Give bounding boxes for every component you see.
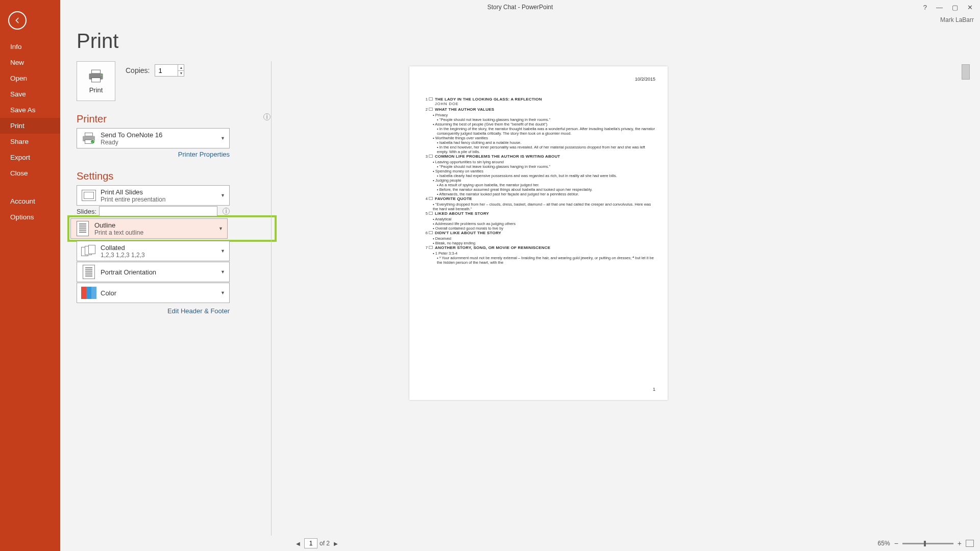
slides-label: Slides:	[77, 208, 96, 215]
outline-bullet: Spending money on vanities	[433, 169, 655, 173]
outline-bullet: Isabella clearly had expensive possessio…	[437, 173, 655, 178]
preview-scrollbar[interactable]	[962, 64, 970, 534]
print-range-sub: Print entire presentation	[101, 196, 225, 203]
preview-page-number: 1	[653, 387, 655, 392]
outline-page-icon	[75, 221, 90, 236]
collate-title: Collated	[101, 244, 225, 252]
outline-bullet: Afterwards, the narrator looked past her…	[437, 192, 655, 196]
orientation-select[interactable]: Portrait Orientation ▼	[77, 262, 230, 282]
outline-bullet: "Everything dropped from her – clouds, d…	[433, 202, 655, 211]
back-button[interactable]	[8, 11, 27, 30]
outline-bullet: Analytical	[433, 217, 655, 221]
outline-bullet: Before, the narrator assumed great thing…	[437, 187, 655, 192]
chevron-down-icon: ▼	[218, 226, 223, 231]
highlighted-setting: Outline Print a text outline ▼	[67, 215, 277, 242]
printer-device-icon	[81, 131, 96, 146]
copies-down-icon[interactable]: ▼	[178, 71, 184, 77]
collated-icon	[81, 243, 96, 259]
sidebar-item-open[interactable]: Open	[0, 70, 60, 86]
zoom-slider[interactable]	[902, 543, 953, 544]
copies-up-icon[interactable]: ▲	[178, 65, 184, 71]
outline-bullet: "People should not leave looking-glasses…	[437, 164, 655, 169]
svg-rect-2	[92, 78, 101, 82]
printer-status: Ready	[101, 139, 225, 146]
outline-bullet: 1 Peter 3:3-4	[433, 251, 655, 256]
chevron-down-icon: ▼	[220, 290, 225, 295]
slides-input[interactable]	[99, 206, 217, 216]
orientation-title: Portrait Orientation	[101, 268, 225, 276]
sidebar-item-close[interactable]: Close	[0, 165, 60, 181]
svg-point-3	[101, 74, 102, 76]
svg-point-7	[91, 140, 95, 144]
printer-heading: Printer i	[77, 113, 271, 125]
printer-properties-link[interactable]: Printer Properties	[77, 151, 230, 158]
chevron-down-icon: ▼	[220, 193, 225, 198]
outline-bullet: Leaving opportunities to sin lying aroun…	[433, 160, 655, 164]
chevron-down-icon: ▼	[220, 136, 225, 141]
chevron-down-icon: ▼	[220, 248, 225, 254]
copies-value: 1	[158, 67, 162, 74]
print-range-select[interactable]: Print All Slides Print entire presentati…	[77, 185, 230, 206]
scrollbar-thumb[interactable]	[962, 64, 970, 80]
copies-label: Copies:	[126, 66, 150, 74]
outline-slide: 6DIDN'T LIKE ABOUT THE STORY	[422, 231, 655, 235]
outline-bullet: In the beginning of the story, the narra…	[437, 127, 655, 136]
printer-name: Send To OneNote 16	[101, 131, 225, 139]
outline-bullet: Deceived	[433, 236, 655, 241]
print-button-label: Print	[89, 86, 103, 94]
sidebar-item-options[interactable]: Options	[0, 209, 60, 225]
color-title: Color	[101, 289, 225, 297]
settings-heading: Settings	[77, 170, 271, 182]
print-button[interactable]: Print	[77, 61, 115, 101]
outline-bullet: Worthwhile things over vanities	[433, 136, 655, 140]
sidebar-item-export[interactable]: Export	[0, 149, 60, 165]
color-select[interactable]: Color ▼	[77, 283, 230, 303]
collate-sub: 1,2,3 1,2,3 1,2,3	[101, 252, 225, 259]
outline-slide: 4FAVORITE QUOTE	[422, 196, 655, 201]
outline-slide: 1THE LADY IN THE LOOKING GLASS: A REFLEC…	[422, 97, 655, 106]
printer-icon	[87, 69, 105, 83]
sidebar-item-account[interactable]: Account	[0, 193, 60, 209]
outline-bullet: In the end however, her inner personalit…	[437, 145, 655, 154]
print-preview: 10/2/2015 1THE LADY IN THE LOOKING GLASS…	[272, 29, 970, 534]
collate-select[interactable]: Collated 1,2,3 1,2,3 1,2,3 ▼	[77, 241, 230, 261]
outline-bullet: Assuming the best of people (Give them t…	[433, 122, 655, 127]
prev-page-button[interactable]: ◀	[294, 541, 302, 546]
zoom-fit-button[interactable]	[966, 540, 974, 547]
outline-bullet: Judging people	[433, 178, 655, 183]
sidebar-item-info[interactable]: Info	[0, 39, 60, 55]
slides-range-icon	[81, 188, 96, 203]
outline-bullet: Privacy	[433, 113, 655, 117]
status-bar: ◀ of 2 ▶ 65% − +	[272, 536, 980, 551]
outline-slide: 2WHAT THE AUTHOR VALUES	[422, 107, 655, 112]
zoom-in-button[interactable]: +	[958, 539, 962, 547]
outline-slide: 5LIKED ABOUT THE STORY	[422, 211, 655, 216]
color-swatch-icon	[81, 285, 96, 300]
zoom-out-button[interactable]: −	[894, 539, 898, 547]
backstage-sidebar: InfoNewOpenSaveSave AsPrintShareExportCl…	[0, 0, 60, 551]
sidebar-item-share[interactable]: Share	[0, 134, 60, 149]
chevron-down-icon: ▼	[220, 269, 225, 274]
print-layout-title: Outline	[94, 221, 223, 229]
print-layout-select[interactable]: Outline Print a text outline ▼	[70, 218, 228, 239]
info-icon[interactable]: i	[223, 208, 230, 215]
sidebar-item-print[interactable]: Print	[0, 118, 60, 134]
sidebar-item-save-as[interactable]: Save As	[0, 102, 60, 118]
print-range-title: Print All Slides	[101, 188, 225, 196]
page-title: Print	[77, 30, 118, 53]
next-page-button[interactable]: ▶	[332, 541, 340, 546]
print-layout-sub: Print a text outline	[94, 229, 223, 236]
outline-bullet: As a result of spying upon Isabella, the…	[437, 183, 655, 187]
printer-select[interactable]: Send To OneNote 16 Ready ▼	[77, 128, 230, 148]
preview-date: 10/2/2015	[422, 77, 655, 82]
outline-bullet: Isabella had fancy clothing and a notabl…	[437, 140, 655, 145]
copies-input[interactable]: 1 ▲▼	[155, 64, 184, 77]
current-page-input[interactable]	[304, 538, 317, 548]
info-icon[interactable]: i	[263, 113, 271, 120]
sidebar-item-new[interactable]: New	[0, 55, 60, 70]
svg-rect-4	[85, 133, 93, 136]
page-of-label: of 2	[320, 540, 330, 547]
svg-rect-0	[92, 70, 101, 73]
edit-header-footer-link[interactable]: Edit Header & Footer	[77, 307, 230, 315]
sidebar-item-save[interactable]: Save	[0, 86, 60, 102]
